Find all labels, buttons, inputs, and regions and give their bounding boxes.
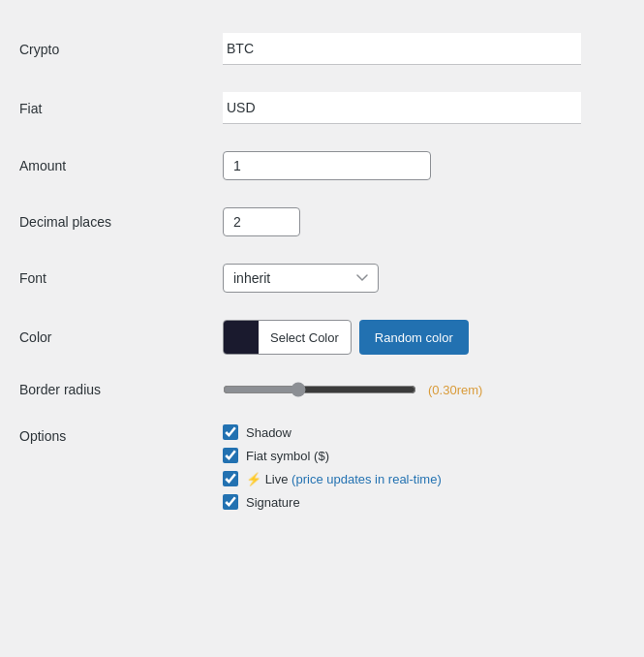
decimal-places-input[interactable] — [223, 207, 300, 236]
list-item: Fiat symbol ($) — [223, 448, 625, 463]
random-color-button[interactable]: Random color — [359, 320, 469, 355]
signature-option-label: Signature — [246, 495, 300, 510]
shadow-option-label: Shadow — [246, 425, 291, 440]
border-radius-label: Border radius — [19, 382, 101, 397]
lightning-icon: ⚡ — [246, 472, 261, 486]
shadow-checkbox[interactable] — [223, 424, 238, 440]
fiat-input-wrap — [223, 92, 581, 124]
color-controls: Select Color Random color — [223, 320, 625, 355]
decimal-places-label: Decimal places — [19, 214, 111, 230]
color-row: Color Select Color Random color — [0, 306, 644, 368]
border-radius-value: (0.30rem) — [428, 383, 482, 397]
options-list: Shadow Fiat symbol ($) ⚡ Live — [223, 424, 625, 510]
options-row: Options Shadow Fiat symbol ($) — [0, 411, 644, 523]
signature-checkbox[interactable] — [223, 494, 238, 510]
crypto-input[interactable] — [223, 33, 581, 64]
font-label: Font — [19, 270, 46, 286]
fiat-label: Fiat — [19, 101, 42, 116]
crypto-input-wrap — [223, 33, 581, 65]
live-description: (price updates in real-time) — [291, 472, 442, 486]
fiat-input[interactable] — [223, 92, 581, 123]
border-radius-slider[interactable] — [223, 382, 416, 397]
fiat-symbol-checkbox[interactable] — [223, 448, 238, 463]
live-checkbox[interactable] — [223, 471, 238, 486]
list-item: Shadow — [223, 424, 625, 440]
amount-input[interactable] — [223, 151, 431, 180]
font-row: Font inherit Arial Times New Roman Verda… — [0, 250, 644, 306]
border-radius-controls: (0.30rem) — [223, 382, 625, 397]
fiat-row: Fiat — [0, 78, 644, 138]
color-label: Color — [19, 329, 51, 345]
amount-row: Amount — [0, 138, 644, 194]
options-label: Options — [19, 428, 66, 444]
amount-label: Amount — [19, 158, 66, 173]
crypto-label: Crypto — [19, 42, 59, 57]
select-color-label: Select Color — [259, 330, 351, 345]
decimal-places-row: Decimal places — [0, 194, 644, 250]
font-select[interactable]: inherit Arial Times New Roman Verdana Ge… — [223, 264, 379, 293]
crypto-row: Crypto — [0, 19, 644, 78]
border-radius-row: Border radius (0.30rem) — [0, 368, 644, 411]
select-color-button[interactable]: Select Color — [223, 320, 352, 355]
live-option-label: ⚡ Live (price updates in real-time) — [246, 472, 442, 486]
color-swatch — [224, 320, 259, 355]
fiat-symbol-option-label: Fiat symbol ($) — [246, 449, 329, 463]
list-item: Signature — [223, 494, 625, 510]
list-item: ⚡ Live (price updates in real-time) — [223, 471, 625, 486]
settings-form: Crypto Fiat Amount — [0, 19, 644, 523]
